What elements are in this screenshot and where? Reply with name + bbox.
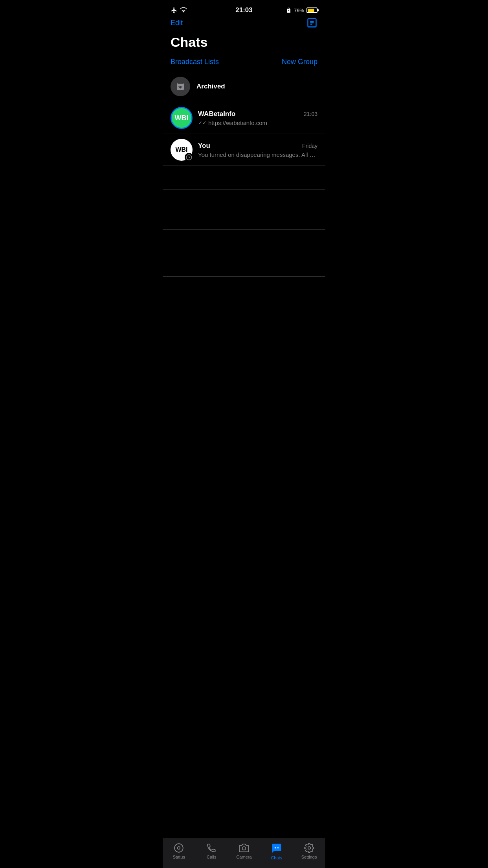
status-left (171, 7, 187, 14)
chat-name-wabetainfo: WABetaInfo (198, 110, 235, 118)
disappearing-icon (185, 154, 193, 161)
action-row: Broadcast Lists New Group (163, 58, 325, 71)
archived-icon (171, 77, 190, 96)
nav-bar: Edit (163, 14, 325, 33)
chat-header-wabetainfo: WABetaInfo 21:03 (198, 110, 317, 118)
chat-ticks-wabetainfo: ✓✓ (198, 120, 207, 126)
archive-svg (176, 82, 185, 91)
chat-time-wabetainfo: 21:03 (304, 111, 317, 117)
avatar-you: WBI (171, 139, 193, 161)
avatar-text-you: WBI (175, 146, 187, 153)
archived-label: Archived (196, 83, 225, 90)
divider-2 (163, 229, 325, 230)
battery-percent: 79% (294, 7, 304, 13)
chat-list: Archived WBI WABetaInfo 21:03 ✓✓ https:/… (163, 71, 325, 166)
edit-button[interactable]: Edit (171, 19, 183, 27)
broadcast-lists-button[interactable]: Broadcast Lists (171, 58, 219, 66)
status-right: 79% (286, 7, 317, 13)
chat-header-you: You Friday (198, 142, 317, 150)
page-title: Chats (163, 33, 325, 58)
chat-row-you[interactable]: WBI You Friday You turned on disappearin… (163, 134, 325, 166)
archived-row[interactable]: Archived (163, 71, 325, 102)
status-time: 21:03 (235, 6, 252, 14)
chat-content-you: You Friday You turned on disappearing me… (198, 142, 317, 158)
battery-icon (306, 7, 317, 13)
avatar-wabetainfo: WBI (171, 107, 193, 129)
compose-icon[interactable] (306, 17, 317, 28)
divider-1 (163, 189, 325, 190)
wifi-icon (180, 7, 187, 14)
battery-container (306, 7, 317, 13)
battery-fill (308, 9, 314, 12)
chat-msg-you: You turned on disappearing messages. All… (198, 151, 317, 158)
chat-preview-you: You turned on disappearing messages. All… (198, 151, 317, 158)
tab-bar-spacer (163, 277, 325, 312)
disappearing-badge (185, 153, 193, 162)
chat-time-you: Friday (302, 143, 317, 149)
chat-preview-wabetainfo: ✓✓ https://wabetainfo.com (198, 120, 317, 126)
chat-row-wabetainfo[interactable]: WBI WABetaInfo 21:03 ✓✓ https://wabetain… (163, 102, 325, 134)
chat-content-wabetainfo: WABetaInfo 21:03 ✓✓ https://wabetainfo.c… (198, 110, 317, 126)
lock-icon (286, 7, 292, 13)
airplane-icon (171, 7, 178, 14)
chat-msg-wabetainfo: https://wabetainfo.com (208, 120, 267, 126)
chat-name-you: You (198, 142, 210, 150)
new-group-button[interactable]: New Group (282, 58, 317, 66)
